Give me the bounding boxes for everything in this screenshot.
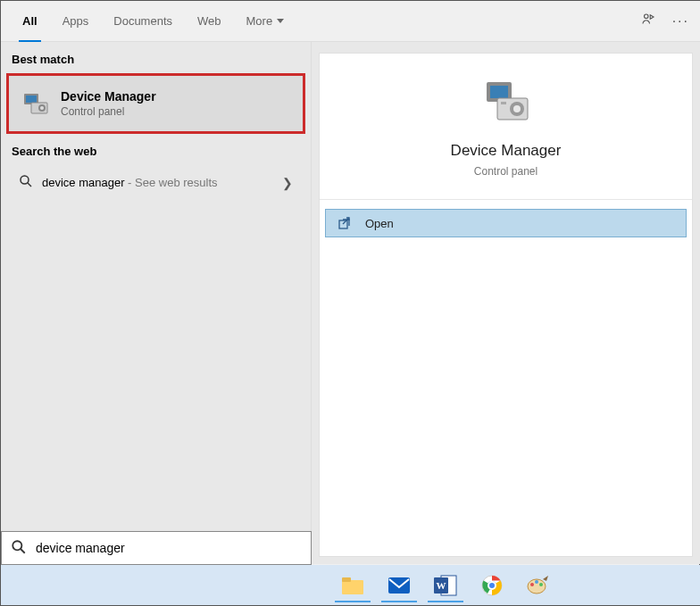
tab-web[interactable]: Web (185, 1, 234, 42)
chevron-right-icon: ❯ (282, 176, 293, 190)
open-action[interactable]: Open (325, 209, 687, 237)
taskbar-file-explorer[interactable] (331, 568, 374, 603)
open-label: Open (365, 217, 394, 230)
preview-title: Device Manager (451, 142, 562, 160)
web-search-result[interactable]: device manager - See web results ❯ (6, 165, 305, 200)
windows-search-panel: All Apps Documents Web More ··· Best mat… (1, 1, 700, 564)
feedback-icon[interactable] (640, 12, 656, 30)
more-options-icon[interactable]: ··· (672, 13, 689, 29)
taskbar-mail[interactable] (378, 568, 421, 603)
svg-point-0 (644, 14, 648, 19)
device-manager-icon (481, 79, 531, 126)
taskbar: W (1, 565, 700, 605)
search-web-section-label: Search the web (1, 134, 311, 165)
svg-point-28 (530, 583, 534, 586)
svg-rect-13 (501, 102, 506, 104)
header-right-controls: ··· (640, 12, 689, 30)
svg-rect-9 (490, 86, 508, 98)
svg-point-30 (539, 583, 543, 586)
svg-point-5 (40, 106, 44, 110)
taskbar-paint[interactable] (517, 568, 560, 603)
tab-apps[interactable]: Apps (50, 1, 102, 42)
taskbar-chrome[interactable] (471, 568, 513, 603)
svg-rect-20 (388, 577, 410, 594)
best-match-title: Device Manager (61, 89, 156, 104)
svg-point-26 (488, 582, 496, 589)
tab-more-label: More (246, 14, 273, 28)
search-box[interactable] (1, 531, 312, 565)
taskbar-word[interactable]: W (424, 568, 467, 603)
results-column: Best match Device Manager Control panel … (1, 42, 312, 564)
svg-point-16 (12, 541, 21, 550)
svg-point-29 (535, 580, 538, 584)
preview-pane: Device Manager Control panel Open (319, 53, 693, 557)
svg-line-17 (21, 549, 25, 553)
search-icon (19, 174, 33, 191)
chevron-down-icon (277, 19, 284, 23)
svg-point-12 (513, 105, 521, 112)
device-manager-icon (21, 91, 50, 116)
best-match-subtitle: Control panel (61, 105, 156, 118)
web-result-suffix: - See web results (125, 176, 218, 189)
svg-point-6 (21, 176, 29, 184)
best-match-result[interactable]: Device Manager Control panel (6, 73, 305, 134)
tab-all[interactable]: All (10, 1, 50, 42)
web-result-query: device manager (42, 176, 125, 189)
open-icon (338, 217, 353, 229)
search-icon (11, 539, 27, 558)
tab-more[interactable]: More (234, 1, 297, 42)
tab-documents[interactable]: Documents (101, 1, 185, 42)
svg-rect-14 (339, 220, 347, 228)
search-tabs: All Apps Documents Web More ··· (1, 1, 700, 42)
best-match-section-label: Best match (1, 42, 311, 73)
svg-rect-18 (342, 580, 363, 594)
search-input[interactable] (36, 541, 302, 555)
svg-text:W: W (437, 580, 446, 591)
svg-rect-19 (342, 577, 351, 582)
svg-rect-2 (26, 95, 37, 103)
preview-subtitle: Control panel (474, 165, 538, 178)
svg-line-7 (28, 183, 31, 187)
